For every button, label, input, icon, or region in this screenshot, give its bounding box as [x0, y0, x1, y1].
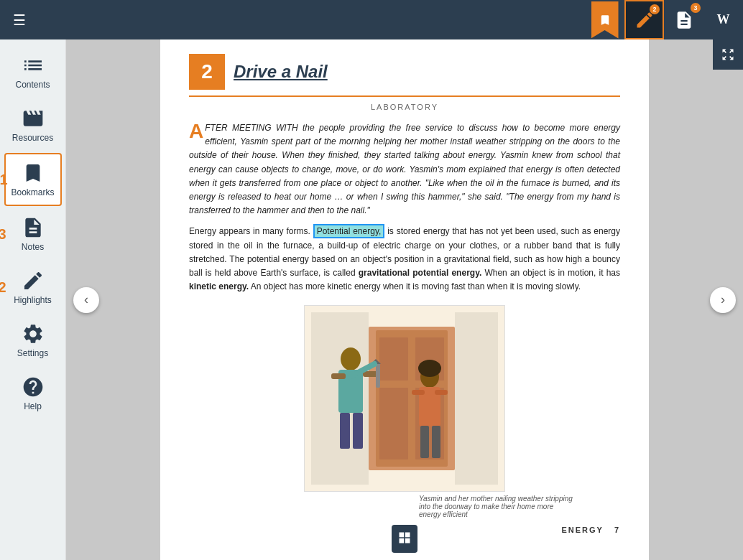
right-arrow-icon: ›	[721, 292, 725, 307]
sidebar: Contents Resources 1 Bookmarks 3 Notes 2…	[0, 39, 66, 560]
chapter-subtitle: LABORATORY	[189, 103, 620, 111]
body-paragraph-1: AFTER MEETING WITH the people providing …	[189, 121, 620, 218]
svg-rect-21	[435, 390, 448, 395]
svg-rect-4	[379, 388, 408, 459]
svg-rect-10	[331, 373, 346, 379]
gravitational-term: gravitational potential energy.	[359, 268, 481, 278]
expand-icon	[721, 47, 735, 62]
top-wikipedia-button[interactable]: W	[703, 0, 743, 39]
svg-rect-23	[432, 426, 440, 458]
bottom-toolbar	[392, 525, 417, 553]
sidebar-notes-label: Notes	[22, 242, 44, 252]
next-page-button[interactable]: ›	[710, 287, 736, 313]
chapter-header: 2 Drive a Nail	[189, 54, 620, 97]
content-area: ‹ 2 Drive a Nail LABORATORY AFTER MEETIN…	[66, 39, 743, 560]
svg-rect-12	[376, 363, 380, 388]
figure-illustration	[304, 305, 505, 492]
prev-page-button[interactable]: ‹	[73, 287, 99, 313]
highlight-count-badge: 2	[650, 4, 660, 14]
page-number: 7	[614, 526, 620, 534]
top-highlight-button[interactable]: 2	[624, 0, 664, 39]
notes-number: 3	[0, 226, 6, 243]
sidebar-bookmarks-label: Bookmarks	[11, 187, 54, 197]
bookmark-icon-large	[591, 1, 619, 39]
gear-icon	[22, 322, 45, 345]
chapter-number-box: 2	[189, 54, 225, 90]
kinetic-term: kinetic energy.	[189, 281, 249, 291]
grid-view-button[interactable]	[392, 525, 417, 553]
figure-svg	[311, 312, 498, 485]
sidebar-item-help[interactable]: Help	[4, 368, 62, 419]
svg-point-18	[418, 360, 441, 377]
top-notes-button[interactable]: 3	[664, 0, 703, 39]
svg-rect-16	[353, 413, 363, 449]
sidebar-settings-label: Settings	[17, 348, 48, 358]
sidebar-item-bookmarks[interactable]: 1 Bookmarks	[4, 153, 62, 206]
wikipedia-w-label: W	[717, 12, 730, 27]
sidebar-item-highlights[interactable]: 2 Highlights	[4, 262, 62, 312]
bookmark-inner-icon	[599, 14, 612, 27]
svg-rect-20	[412, 390, 425, 395]
svg-rect-7	[455, 312, 498, 485]
svg-rect-2	[379, 337, 408, 381]
drop-cap: A	[189, 121, 203, 141]
film-icon	[22, 107, 45, 130]
potential-energy-highlight[interactable]: Potential energy,	[313, 224, 385, 238]
body-paragraph-2: Energy appears in many forms. Potential …	[189, 225, 620, 294]
expand-button[interactable]	[713, 39, 743, 70]
main-area: Contents Resources 1 Bookmarks 3 Notes 2…	[0, 39, 743, 560]
figure-caption: Yasmin and her mother nailing weather st…	[419, 495, 577, 518]
sidebar-highlights-label: Highlights	[14, 295, 52, 305]
left-arrow-icon: ‹	[84, 292, 88, 307]
notes-sidebar-icon	[22, 216, 45, 239]
svg-rect-15	[340, 413, 350, 449]
sidebar-resources-label: Resources	[12, 133, 53, 143]
highlights-number: 2	[0, 279, 6, 296]
sidebar-item-contents[interactable]: Contents	[4, 47, 62, 97]
top-bar: ☰ 1 2 3 W	[0, 0, 743, 39]
highlight-sidebar-icon	[22, 269, 45, 292]
sidebar-help-label: Help	[24, 401, 42, 411]
chapter-title: Drive a Nail	[234, 62, 328, 82]
top-right-icon-group: 1 2 3 W	[585, 0, 743, 39]
page-label: ENERGY 7	[561, 526, 620, 534]
bookmark-large-container: 1	[585, 0, 624, 39]
sidebar-item-resources[interactable]: Resources	[4, 100, 62, 150]
bookmarks-number: 1	[0, 172, 8, 188]
question-icon	[22, 375, 45, 398]
sidebar-item-settings[interactable]: Settings	[4, 315, 62, 365]
sidebar-contents-label: Contents	[15, 80, 50, 90]
hamburger-button[interactable]: ☰	[7, 6, 32, 34]
grid-icon	[397, 531, 412, 545]
notes-icon	[674, 10, 694, 30]
svg-rect-22	[420, 426, 429, 458]
figure-area: Yasmin and her mother nailing weather st…	[189, 305, 620, 518]
intro-text: FTER MEETING WITH the people providing t…	[189, 123, 620, 215]
notes-count-badge: 3	[691, 3, 701, 13]
bookmark-sidebar-icon	[22, 162, 45, 185]
list-icon	[22, 54, 45, 77]
energy-label: ENERGY	[561, 526, 603, 534]
sidebar-item-notes[interactable]: 3 Notes	[4, 209, 62, 259]
book-page: 2 Drive a Nail LABORATORY AFTER MEETING …	[160, 39, 649, 560]
svg-point-8	[341, 347, 361, 370]
